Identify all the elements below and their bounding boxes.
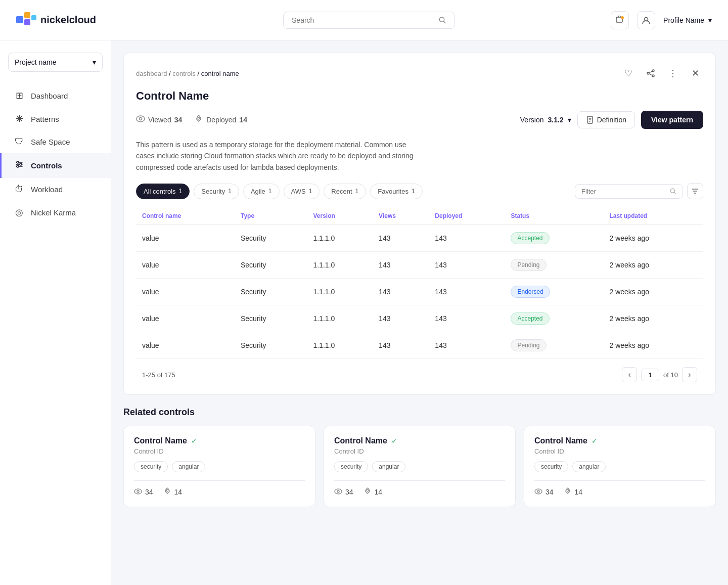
prev-page-button[interactable]: ‹: [622, 367, 637, 382]
related-card[interactable]: Control Name ✓ Control ID securityangula…: [324, 426, 516, 507]
svg-line-18: [649, 71, 652, 73]
cell-name: value: [136, 279, 235, 305]
check-icon: ✓: [391, 437, 397, 445]
close-button[interactable]: ✕: [687, 65, 703, 81]
dashboard-icon: ⊞: [14, 90, 25, 101]
share-button[interactable]: [643, 65, 659, 81]
sidebar-item-controls[interactable]: Controls: [0, 153, 111, 178]
search-icon: [439, 16, 446, 24]
card-tag: security: [334, 461, 368, 472]
viewed-count: 34: [345, 488, 353, 496]
tab-agile[interactable]: Agile 1: [243, 184, 280, 199]
cell-deployed: 143: [429, 279, 505, 305]
sidebar-item-workload[interactable]: ⏱ Workload: [0, 178, 111, 201]
definition-button[interactable]: Definition: [577, 111, 635, 128]
card-viewed: 34: [534, 488, 554, 496]
tab-all-controls[interactable]: All controls 1: [136, 184, 190, 199]
pagination-info: 1-25 of 175: [142, 371, 175, 379]
card-title: Control Name: [334, 436, 387, 445]
svg-rect-0: [16, 16, 23, 23]
breadcrumb-controls[interactable]: controls: [172, 70, 196, 77]
table-row[interactable]: value Security 1.1.1.0 143 143 Accepted …: [136, 225, 703, 252]
tab-recent[interactable]: Recent 1: [324, 184, 366, 199]
chevron-down-icon: ▾: [93, 58, 96, 66]
svg-line-28: [674, 192, 676, 194]
cell-type: Security: [235, 305, 307, 332]
card-tag: angular: [372, 461, 405, 472]
svg-point-20: [136, 116, 145, 122]
card-stats: 34 14: [334, 487, 505, 497]
cell-last-updated: 2 weeks ago: [604, 252, 703, 279]
tab-security[interactable]: Security 1: [194, 184, 239, 199]
cell-last-updated: 2 weeks ago: [604, 305, 703, 332]
project-selector[interactable]: Project name ▾: [8, 53, 103, 72]
svg-point-7: [621, 16, 624, 19]
sidebar-item-patterns[interactable]: ❋ Patterns: [0, 107, 111, 130]
filter-input[interactable]: [581, 188, 667, 195]
pagination-row: 1-25 of 175 ‹ of 10 ›: [136, 359, 703, 382]
table-row[interactable]: value Security 1.1.1.0 143 143 Pending 2…: [136, 252, 703, 279]
search-bar: [127, 12, 611, 29]
svg-point-21: [140, 118, 142, 120]
card-tag: angular: [172, 461, 205, 472]
svg-point-17: [647, 72, 649, 74]
col-deployed: Deployed: [429, 207, 505, 225]
more-options-button[interactable]: ⋮: [665, 65, 681, 81]
related-card[interactable]: Control Name ✓ Control ID securityangula…: [524, 426, 716, 507]
card-tag: angular: [572, 461, 606, 472]
card-viewed: 34: [134, 488, 153, 496]
breadcrumb-dashboard[interactable]: dashboard: [136, 70, 167, 77]
sidebar-item-safespace[interactable]: 🛡 Safe Space: [0, 130, 111, 153]
version-selector[interactable]: Version 3.1.2 ▾: [520, 116, 571, 124]
search-input[interactable]: [292, 16, 435, 24]
svg-point-34: [166, 489, 168, 491]
table-row[interactable]: value Security 1.1.1.0 143 143 Pending 2…: [136, 332, 703, 359]
nav-right: Profile Name ▾: [611, 11, 712, 29]
tab-favourites[interactable]: Favourites 1: [370, 184, 422, 199]
eye-icon: [534, 488, 542, 496]
table-body: value Security 1.1.1.0 143 143 Accepted …: [136, 225, 703, 359]
eye-icon: [136, 115, 145, 124]
search-input-wrap[interactable]: [283, 12, 455, 29]
cell-name: value: [136, 252, 235, 279]
card-viewed: 34: [334, 488, 353, 496]
logo-icon: [16, 12, 36, 28]
card-tags: securityangular: [334, 461, 505, 472]
card-title: Control Name: [134, 436, 187, 445]
tab-aws[interactable]: AWS 1: [284, 184, 320, 199]
profile-dropdown[interactable]: Profile Name ▾: [663, 16, 712, 24]
svg-point-16: [652, 75, 654, 77]
pagination-controls: ‹ of 10 ›: [622, 367, 697, 382]
cell-name: value: [136, 332, 235, 359]
related-controls-section: Related controls Control Name ✓ Control …: [123, 407, 716, 507]
sidebar-item-nickelkarma[interactable]: ◎ Nickel Karma: [0, 201, 111, 224]
cell-deployed: 143: [429, 332, 505, 359]
col-version: Version: [307, 207, 373, 225]
user-button[interactable]: [637, 11, 655, 29]
card-divider: [534, 480, 705, 481]
cell-views: 143: [373, 225, 429, 252]
filter-options-button[interactable]: [687, 183, 703, 199]
table-header: Control name Type Version Views Deployed…: [136, 207, 703, 225]
deployed-meta: Deployed 14: [194, 114, 247, 125]
col-status: Status: [505, 207, 603, 225]
table-row[interactable]: value Security 1.1.1.0 143 143 Endorsed …: [136, 279, 703, 305]
next-page-button[interactable]: ›: [682, 367, 697, 382]
notification-button[interactable]: [611, 11, 629, 29]
svg-point-38: [535, 489, 542, 494]
logo[interactable]: nickelcloud: [16, 12, 127, 28]
page-input[interactable]: [641, 369, 659, 381]
svg-point-36: [337, 490, 339, 492]
favourite-button[interactable]: ♡: [620, 65, 636, 81]
view-pattern-button[interactable]: View pattern: [641, 111, 703, 129]
rocket-icon: [194, 114, 203, 125]
chevron-down-icon: ▾: [568, 116, 571, 124]
viewed-count: 34: [145, 488, 153, 496]
table-row[interactable]: value Security 1.1.1.0 143 143 Accepted …: [136, 305, 703, 332]
related-card[interactable]: Control Name ✓ Control ID securityangula…: [123, 426, 315, 507]
cell-status: Pending: [505, 332, 603, 359]
deployed-count: 14: [375, 488, 383, 496]
card-stats: 34 14: [134, 487, 305, 497]
sidebar-item-dashboard[interactable]: ⊞ Dashboard: [0, 84, 111, 107]
filter-input-wrap[interactable]: [575, 184, 683, 199]
